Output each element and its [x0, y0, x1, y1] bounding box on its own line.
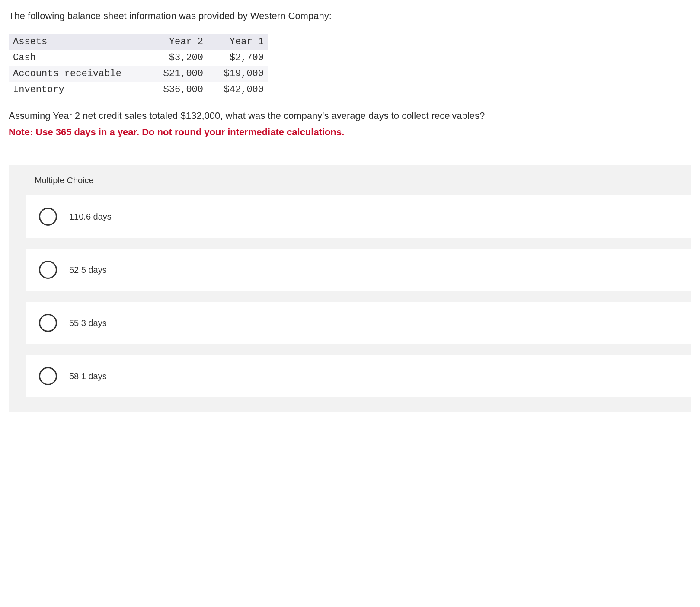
multiple-choice-section: Multiple Choice 110.6 days 52.5 days 55.…: [9, 165, 691, 412]
row-value-y1: $19,000: [208, 66, 268, 82]
radio-icon[interactable]: [39, 208, 57, 226]
row-value-y2: $21,000: [147, 66, 208, 82]
option-4[interactable]: 58.1 days: [26, 355, 691, 397]
row-label: Inventory: [9, 82, 147, 98]
option-1[interactable]: 110.6 days: [26, 195, 691, 238]
balance-sheet-table: Assets Year 2 Year 1 Cash $3,200 $2,700 …: [9, 34, 268, 98]
table-row: Inventory $36,000 $42,000: [9, 82, 268, 98]
option-label: 52.5 days: [69, 263, 107, 276]
radio-icon[interactable]: [39, 261, 57, 279]
table-header-assets: Assets: [9, 34, 147, 50]
row-value-y1: $2,700: [208, 50, 268, 66]
multiple-choice-label: Multiple Choice: [9, 165, 691, 195]
row-label: Cash: [9, 50, 147, 66]
table-row: Accounts receivable $21,000 $19,000: [9, 66, 268, 82]
radio-icon[interactable]: [39, 367, 57, 385]
table-header-year2: Year 2: [147, 34, 208, 50]
table-header-row: Assets Year 2 Year 1: [9, 34, 268, 50]
option-3[interactable]: 55.3 days: [26, 302, 691, 344]
row-value-y1: $42,000: [208, 82, 268, 98]
row-label: Accounts receivable: [9, 66, 147, 82]
row-value-y2: $3,200: [147, 50, 208, 66]
question-text: Assuming Year 2 net credit sales totaled…: [9, 109, 691, 123]
note-text: Note: Use 365 days in a year. Do not rou…: [9, 125, 691, 139]
question-intro: The following balance sheet information …: [9, 9, 691, 23]
row-value-y2: $36,000: [147, 82, 208, 98]
radio-icon[interactable]: [39, 314, 57, 332]
option-label: 110.6 days: [69, 210, 112, 223]
option-label: 58.1 days: [69, 370, 107, 383]
table-row: Cash $3,200 $2,700: [9, 50, 268, 66]
option-label: 55.3 days: [69, 316, 107, 329]
table-header-year1: Year 1: [208, 34, 268, 50]
option-2[interactable]: 52.5 days: [26, 249, 691, 291]
